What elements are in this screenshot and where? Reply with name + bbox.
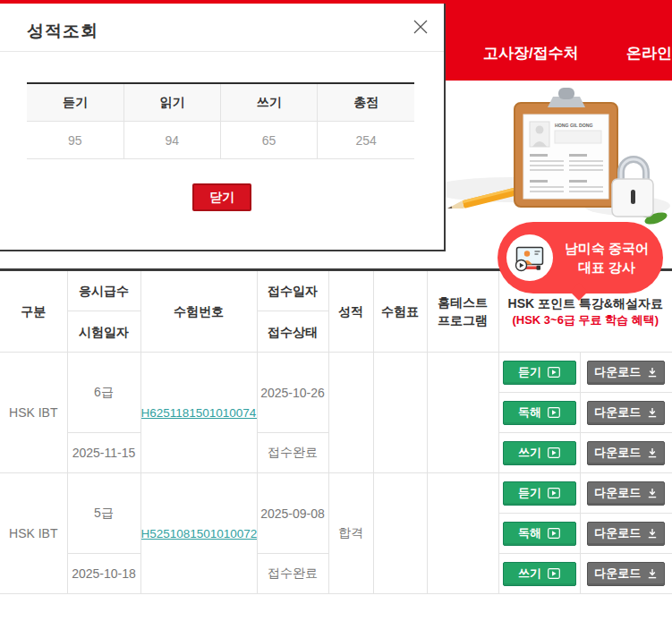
col-header-reg-status: 접수상태 xyxy=(257,311,328,353)
col-header-reg-date: 접수일자 xyxy=(257,270,328,311)
download-button-cell: 다운로드 xyxy=(580,554,672,594)
score-value-reading: 94 xyxy=(123,122,220,159)
page: 고사장/접수처 온라인 HONG GIL DONG xyxy=(0,0,672,621)
download-icon xyxy=(647,367,658,378)
score-value-listening: 95 xyxy=(27,122,123,159)
score-table: 듣기 읽기 쓰기 총점 95 94 65 254 xyxy=(27,82,414,159)
row2-listening-download-button[interactable]: 다운로드 xyxy=(587,481,665,506)
lecture-button-cell: 독해 xyxy=(498,514,580,554)
row1-listening-download-button[interactable]: 다운로드 xyxy=(587,361,665,385)
hometest-cell xyxy=(427,473,498,594)
download-label: 다운로드 xyxy=(594,485,641,501)
level-cell: 5급 xyxy=(67,473,140,554)
lecture-label: 듣기 xyxy=(518,485,541,501)
row2-writing-download-button[interactable]: 다운로드 xyxy=(587,562,665,586)
download-icon xyxy=(647,568,658,579)
score-value-total: 254 xyxy=(318,122,414,159)
download-label: 다운로드 xyxy=(594,566,641,582)
lecture-button-cell: 쓰기 xyxy=(498,554,580,594)
lecture-button-cell: 독해 xyxy=(498,393,580,433)
col-header-ticket: 수험표 xyxy=(373,270,427,353)
clipboard-icon: HONG GIL DONG xyxy=(515,88,617,207)
lecture-button-cell: 쓰기 xyxy=(498,433,580,473)
lock-icon xyxy=(612,159,653,217)
row1-reading-play-button[interactable]: 독해 xyxy=(503,401,576,425)
col-header-hometest: 홈테스트 프로그램 xyxy=(427,270,498,353)
row2-reading-download-button[interactable]: 다운로드 xyxy=(587,522,665,546)
nav-item-test-center[interactable]: 고사장/접수처 xyxy=(483,43,579,64)
clipboard-name-text: HONG GIL DONG xyxy=(555,123,593,128)
reg-date-cell: 2025-09-08 xyxy=(257,473,328,554)
modal-title: 성적조회 xyxy=(27,20,98,43)
hometest-line2: 프로그램 xyxy=(428,311,498,329)
clipboard-illustration: HONG GIL DONG xyxy=(435,79,672,238)
lecture-label: 쓰기 xyxy=(518,445,541,461)
exam-number-cell: H52510815010100720 xyxy=(140,473,257,594)
row2-listening-play-button[interactable]: 듣기 xyxy=(503,481,576,506)
lecture-label: 독해 xyxy=(518,404,541,421)
download-button-cell: 다운로드 xyxy=(580,353,672,393)
close-icon[interactable] xyxy=(412,18,430,36)
exam-number-link[interactable]: H62511815010100747 xyxy=(141,406,258,420)
hometest-cell xyxy=(427,353,498,473)
lecture-subtitle: (HSK 3~6급 무료 학습 혜택) xyxy=(499,312,672,328)
download-button-cell: 다운로드 xyxy=(580,514,672,554)
exam-number-cell: H62511815010100747 xyxy=(140,353,257,473)
lecture-button-cell: 듣기 xyxy=(498,473,580,514)
instructor-badge[interactable]: 남미숙 중국어 대표 강사 xyxy=(498,222,663,293)
reg-date-cell: 2025-10-26 xyxy=(257,353,328,433)
exam-number-link[interactable]: H52510815010100720 xyxy=(141,527,258,540)
download-icon xyxy=(647,528,658,539)
download-icon xyxy=(647,447,658,458)
results-table: 구분 응시급수 수험번호 접수일자 성적 수험표 홈테스트 프로그램 HSK 포… xyxy=(0,268,672,594)
lecture-label: 듣기 xyxy=(518,364,541,380)
score-header-total: 총점 xyxy=(318,83,414,122)
col-header-exam-number: 수험번호 xyxy=(140,270,257,353)
reg-status-cell: 접수완료 xyxy=(257,554,328,594)
col-header-level: 응시급수 xyxy=(67,270,140,311)
lecture-title: HSK 포인트 특강&해설자료 xyxy=(499,295,672,312)
col-header-category: 구분 xyxy=(0,270,67,353)
row1-listening-play-button[interactable]: 듣기 xyxy=(503,361,576,385)
ticket-cell xyxy=(373,353,427,473)
download-label: 다운로드 xyxy=(594,364,641,380)
nav-item-online[interactable]: 온라인 xyxy=(626,43,672,64)
download-label: 다운로드 xyxy=(594,445,641,461)
score-cell: 합격 xyxy=(328,473,373,594)
row1-writing-download-button[interactable]: 다운로드 xyxy=(587,441,665,465)
video-lecture-icon xyxy=(506,234,553,281)
lecture-button-cell: 듣기 xyxy=(498,353,580,393)
score-header-writing: 쓰기 xyxy=(221,83,318,122)
lecture-label: 쓰기 xyxy=(518,566,541,582)
play-icon xyxy=(548,528,560,539)
row2-reading-play-button[interactable]: 독해 xyxy=(503,522,576,546)
play-icon xyxy=(548,407,560,418)
col-header-score: 성적 xyxy=(328,270,373,353)
download-label: 다운로드 xyxy=(594,404,641,421)
score-header-listening: 듣기 xyxy=(27,83,123,122)
download-icon xyxy=(647,407,658,418)
lecture-label: 독해 xyxy=(518,525,541,541)
row1-reading-download-button[interactable]: 다운로드 xyxy=(587,401,665,425)
level-cell: 6급 xyxy=(67,353,140,433)
play-icon xyxy=(548,488,560,498)
score-cell xyxy=(328,353,373,473)
test-date-cell: 2025-11-15 xyxy=(67,433,140,473)
row1-writing-play-button[interactable]: 쓰기 xyxy=(503,441,576,465)
score-header-reading: 읽기 xyxy=(123,83,220,122)
download-button-cell: 다운로드 xyxy=(580,393,672,433)
test-date-cell: 2025-10-18 xyxy=(67,554,140,594)
download-icon xyxy=(647,488,658,498)
category-cell: HSK IBT xyxy=(0,473,67,594)
score-value-writing: 65 xyxy=(221,122,318,159)
badge-text: 남미숙 중국어 대표 강사 xyxy=(557,222,657,293)
reg-status-cell: 접수완료 xyxy=(257,433,328,473)
badge-line1: 남미숙 중국어 xyxy=(565,239,649,258)
download-button-cell: 다운로드 xyxy=(580,433,672,473)
ticket-cell xyxy=(373,473,427,594)
row2-writing-play-button[interactable]: 쓰기 xyxy=(503,562,576,586)
close-button[interactable]: 닫기 xyxy=(192,183,251,211)
col-header-test-date: 시험일자 xyxy=(67,311,140,353)
play-icon xyxy=(548,447,560,458)
score-modal: 성적조회 듣기 읽기 쓰기 총점 95 94 65 254 닫기 xyxy=(0,4,446,251)
